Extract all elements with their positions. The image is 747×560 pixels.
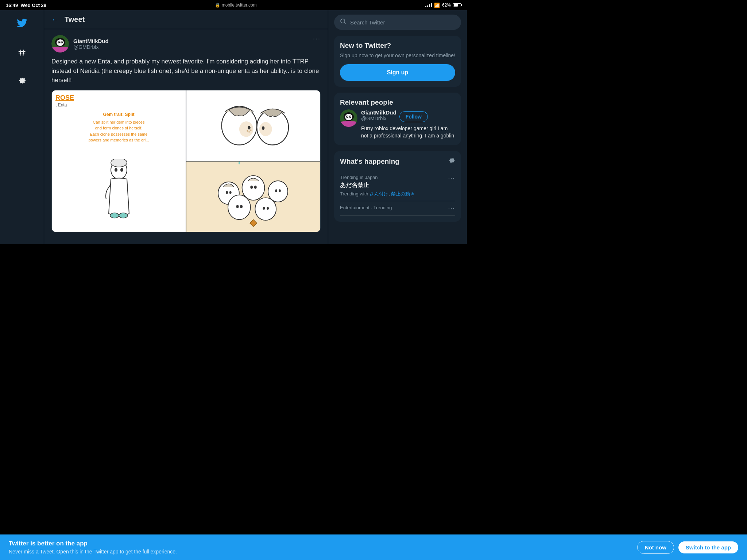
follow-button[interactable]: Follow — [399, 111, 428, 122]
trend-item-2: Entertainment · Trending ··· — [340, 201, 455, 216]
svg-point-23 — [250, 129, 252, 131]
right-sidebar: Search Twitter New to Twitter? Sign up n… — [328, 10, 467, 244]
username: @GMDrblx — [73, 44, 109, 50]
svg-point-20 — [262, 126, 265, 130]
whats-happening-header: What's happening — [340, 157, 455, 166]
trend-meta-2: Entertainment · Trending — [340, 205, 392, 210]
person-handle: @GMDrblx — [361, 116, 396, 121]
svg-point-38 — [263, 207, 265, 210]
trend-name-1: あだ名禁止 — [340, 182, 455, 189]
sidebar-item-explore[interactable] — [15, 46, 29, 62]
tweet-more-button[interactable]: ··· — [313, 35, 321, 43]
svg-point-47 — [350, 116, 351, 117]
svg-point-46 — [347, 116, 348, 117]
trend-item-1: Trending in Japan ··· あだ名禁止 Trending wit… — [340, 171, 455, 201]
tweet-header: ← Tweet — [44, 10, 328, 29]
new-to-twitter-title: New to Twitter? — [340, 42, 455, 50]
trend-meta-1: Trending in Japan — [340, 175, 378, 180]
tweet-content: GiantMilkDud @GMDrblx ··· Designed a new… — [44, 29, 328, 238]
relevant-people-card: Relevant people — [334, 93, 461, 145]
avatar[interactable] — [51, 35, 69, 52]
trend-more-button-2[interactable]: ··· — [448, 205, 455, 212]
back-button[interactable]: ← — [51, 15, 59, 24]
tweet-images: ROSE t Enta Gem trait: Split Can split h… — [51, 90, 321, 232]
new-to-twitter-card: New to Twitter? Sign up now to get your … — [334, 36, 461, 87]
relevant-person: GiantMilkDud @GMDrblx Follow Furry roblo… — [340, 109, 455, 139]
main-layout: ← Tweet — [0, 10, 467, 244]
happening-settings-icon[interactable] — [448, 157, 455, 166]
svg-point-27 — [228, 195, 251, 219]
svg-point-36 — [236, 205, 239, 208]
char-figure — [55, 140, 182, 232]
svg-point-6 — [61, 42, 62, 43]
search-box[interactable]: Search Twitter — [334, 15, 461, 30]
char-card-trait: Gem trait: Split — [55, 112, 182, 117]
trend-associated-1: Trending with さん付け, 禁止の動き — [340, 191, 455, 197]
trend-more-button-1[interactable]: ··· — [448, 175, 455, 182]
tweet-text: Designed a new Enta, and probably my new… — [51, 57, 321, 85]
svg-point-32 — [250, 186, 253, 189]
svg-point-28 — [255, 198, 276, 220]
person-avatar[interactable] — [340, 109, 357, 127]
char-card-title: ROSE — [55, 94, 182, 102]
wifi-icon: 📶 — [434, 3, 440, 8]
relevant-people-title: Relevant people — [340, 98, 455, 106]
person-info: GiantMilkDud @GMDrblx Follow Furry roblo… — [361, 109, 455, 139]
svg-point-37 — [240, 205, 243, 208]
svg-point-19 — [259, 122, 272, 136]
svg-point-13 — [110, 213, 119, 218]
status-indicators: 📶 62% — [425, 3, 461, 8]
char-card-desc1: Can split her gem into pieces — [55, 119, 182, 125]
svg-point-35 — [279, 189, 281, 192]
tweet-page-title: Tweet — [65, 15, 85, 24]
signal-icon — [425, 3, 432, 7]
signup-button[interactable]: Sign up — [340, 64, 455, 81]
svg-point-12 — [120, 168, 123, 172]
person-display-name: GiantMilkDud — [361, 109, 396, 116]
character-card: ROSE t Enta Gem trait: Split Can split h… — [52, 90, 186, 232]
person-bio: Furry roblox developer gamer girl I am n… — [361, 125, 455, 139]
char-card-desc2: and form clones of herself. — [55, 125, 182, 131]
new-to-twitter-subtitle: Sign up now to get your own personalized… — [340, 52, 455, 58]
svg-point-33 — [254, 186, 257, 189]
status-bar: 16:49 Wed Oct 28 🔒 mobile.twitter.com 📶 … — [0, 0, 467, 10]
search-placeholder: Search Twitter — [350, 19, 385, 26]
tweet-image-right-bottom[interactable] — [186, 162, 320, 232]
trend-row-header-2: Entertainment · Trending ··· — [340, 205, 455, 212]
tweet-image-right-top[interactable] — [186, 90, 320, 161]
whats-happening-title: What's happening — [340, 158, 399, 166]
person-name-handle-row: GiantMilkDud @GMDrblx Follow — [361, 109, 455, 124]
user-names: GiantMilkDud @GMDrblx — [73, 38, 109, 50]
svg-point-22 — [248, 131, 250, 132]
svg-marker-29 — [250, 219, 257, 226]
svg-point-2 — [57, 39, 64, 46]
tweet-user-info: GiantMilkDud @GMDrblx — [51, 35, 109, 52]
tweet-area: ← Tweet — [44, 10, 328, 244]
svg-point-21 — [247, 130, 248, 132]
sidebar-item-settings[interactable] — [15, 73, 29, 90]
whats-happening-card: What's happening Trending in Japan ··· あ… — [334, 151, 461, 222]
svg-point-5 — [58, 42, 59, 43]
battery-percent: 62% — [442, 3, 451, 8]
svg-point-39 — [267, 207, 269, 210]
twitter-logo[interactable] — [16, 18, 27, 31]
svg-point-34 — [275, 189, 277, 192]
svg-point-11 — [115, 168, 117, 172]
svg-point-14 — [119, 213, 128, 218]
svg-point-10 — [111, 159, 127, 167]
svg-point-26 — [268, 181, 288, 202]
status-url: 🔒 mobile.twitter.com — [215, 3, 256, 8]
trend-row-header-1: Trending in Japan ··· — [340, 175, 455, 182]
search-icon — [340, 18, 347, 26]
status-time-date: 16:49 Wed Oct 28 — [6, 3, 46, 8]
svg-point-31 — [229, 191, 232, 194]
battery-icon — [453, 3, 461, 7]
tweet-user-row: GiantMilkDud @GMDrblx ··· — [51, 35, 321, 52]
svg-point-17 — [248, 126, 251, 129]
char-card-subtitle: t Enta — [55, 102, 182, 108]
svg-rect-40 — [239, 162, 240, 164]
tweet-image-left[interactable]: ROSE t Enta Gem trait: Split Can split h… — [52, 90, 186, 232]
svg-point-43 — [345, 114, 352, 120]
svg-point-30 — [226, 191, 228, 194]
display-name: GiantMilkDud — [73, 38, 109, 44]
